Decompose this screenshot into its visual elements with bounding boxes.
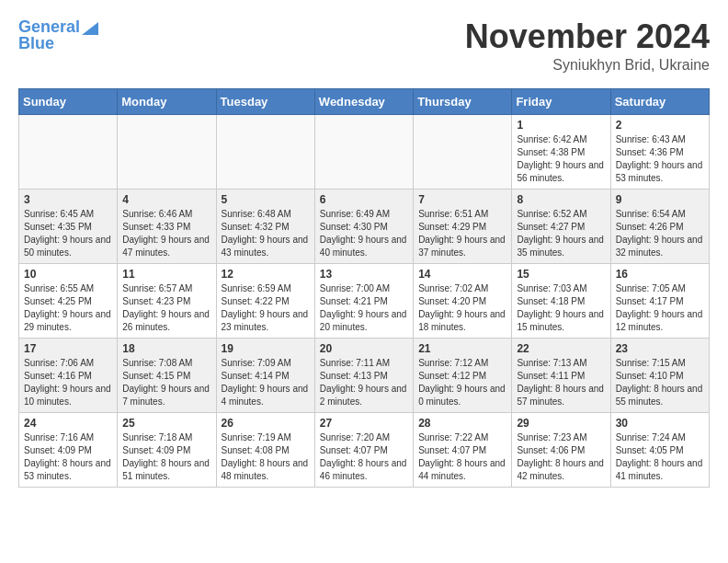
calendar-cell-w2-d5: 8Sunrise: 6:52 AM Sunset: 4:27 PM Daylig… bbox=[512, 189, 610, 263]
calendar-cell-w1-d6: 2Sunrise: 6:43 AM Sunset: 4:36 PM Daylig… bbox=[610, 114, 709, 189]
calendar-cell-w1-d4 bbox=[414, 114, 512, 189]
col-wednesday: Wednesday bbox=[314, 88, 413, 114]
col-saturday: Saturday bbox=[610, 88, 709, 114]
calendar-cell-w3-d0: 10Sunrise: 6:55 AM Sunset: 4:25 PM Dayli… bbox=[19, 263, 118, 338]
day-info: Sunrise: 7:12 AM Sunset: 4:12 PM Dayligh… bbox=[418, 357, 506, 408]
day-info: Sunrise: 6:59 AM Sunset: 4:22 PM Dayligh… bbox=[222, 282, 310, 334]
calendar-cell-w2-d2: 5Sunrise: 6:48 AM Sunset: 4:32 PM Daylig… bbox=[216, 189, 314, 263]
day-info: Sunrise: 7:02 AM Sunset: 4:20 PM Dayligh… bbox=[418, 282, 506, 334]
week-row-3: 10Sunrise: 6:55 AM Sunset: 4:25 PM Dayli… bbox=[19, 263, 710, 338]
day-number: 25 bbox=[122, 417, 210, 430]
day-number: 12 bbox=[222, 268, 310, 281]
day-info: Sunrise: 7:16 AM Sunset: 4:09 PM Dayligh… bbox=[24, 431, 112, 483]
day-info: Sunrise: 6:57 AM Sunset: 4:23 PM Dayligh… bbox=[122, 282, 210, 334]
col-monday: Monday bbox=[118, 88, 216, 114]
calendar-cell-w1-d3 bbox=[314, 114, 413, 189]
day-info: Sunrise: 6:54 AM Sunset: 4:26 PM Dayligh… bbox=[616, 208, 704, 259]
day-info: Sunrise: 7:24 AM Sunset: 4:05 PM Dayligh… bbox=[616, 431, 704, 483]
day-info: Sunrise: 7:09 AM Sunset: 4:14 PM Dayligh… bbox=[222, 357, 310, 408]
day-number: 2 bbox=[616, 119, 704, 132]
day-number: 21 bbox=[418, 342, 506, 355]
day-info: Sunrise: 7:05 AM Sunset: 4:17 PM Dayligh… bbox=[616, 282, 704, 334]
day-info: Sunrise: 7:19 AM Sunset: 4:08 PM Dayligh… bbox=[222, 431, 310, 483]
calendar-header-row: Sunday Monday Tuesday Wednesday Thursday… bbox=[19, 88, 710, 114]
header: General Blue November 2024 Syniukhyn Bri… bbox=[18, 18, 710, 74]
calendar-cell-w3-d4: 14Sunrise: 7:02 AM Sunset: 4:20 PM Dayli… bbox=[414, 263, 512, 338]
day-number: 29 bbox=[517, 417, 605, 430]
day-info: Sunrise: 6:48 AM Sunset: 4:32 PM Dayligh… bbox=[222, 208, 310, 259]
calendar-cell-w4-d0: 17Sunrise: 7:06 AM Sunset: 4:16 PM Dayli… bbox=[19, 338, 118, 412]
calendar-cell-w4-d6: 23Sunrise: 7:15 AM Sunset: 4:10 PM Dayli… bbox=[610, 338, 709, 412]
day-number: 10 bbox=[24, 268, 112, 281]
logo: General Blue bbox=[18, 18, 98, 53]
day-info: Sunrise: 6:46 AM Sunset: 4:33 PM Dayligh… bbox=[122, 208, 210, 259]
week-row-2: 3Sunrise: 6:45 AM Sunset: 4:35 PM Daylig… bbox=[19, 189, 710, 263]
calendar-cell-w4-d1: 18Sunrise: 7:08 AM Sunset: 4:15 PM Dayli… bbox=[118, 338, 216, 412]
day-info: Sunrise: 6:51 AM Sunset: 4:29 PM Dayligh… bbox=[418, 208, 506, 259]
logo-icon bbox=[82, 18, 98, 35]
day-info: Sunrise: 6:43 AM Sunset: 4:36 PM Dayligh… bbox=[616, 133, 704, 185]
day-info: Sunrise: 7:15 AM Sunset: 4:10 PM Dayligh… bbox=[616, 357, 704, 408]
calendar-cell-w2-d1: 4Sunrise: 6:46 AM Sunset: 4:33 PM Daylig… bbox=[118, 189, 216, 263]
day-number: 11 bbox=[122, 268, 210, 281]
calendar-cell-w3-d5: 15Sunrise: 7:03 AM Sunset: 4:18 PM Dayli… bbox=[512, 263, 610, 338]
calendar-cell-w2-d6: 9Sunrise: 6:54 AM Sunset: 4:26 PM Daylig… bbox=[610, 189, 709, 263]
day-info: Sunrise: 6:49 AM Sunset: 4:30 PM Dayligh… bbox=[320, 208, 408, 259]
day-info: Sunrise: 7:06 AM Sunset: 4:16 PM Dayligh… bbox=[24, 357, 112, 408]
week-row-4: 17Sunrise: 7:06 AM Sunset: 4:16 PM Dayli… bbox=[19, 338, 710, 412]
calendar-cell-w5-d6: 30Sunrise: 7:24 AM Sunset: 4:05 PM Dayli… bbox=[610, 412, 709, 487]
calendar-cell-w5-d3: 27Sunrise: 7:20 AM Sunset: 4:07 PM Dayli… bbox=[314, 412, 413, 487]
day-number: 5 bbox=[222, 193, 310, 206]
logo-blue-text: Blue bbox=[18, 35, 54, 53]
calendar-cell-w1-d5: 1Sunrise: 6:42 AM Sunset: 4:38 PM Daylig… bbox=[512, 114, 610, 189]
col-sunday: Sunday bbox=[19, 88, 118, 114]
calendar-cell-w5-d1: 25Sunrise: 7:18 AM Sunset: 4:09 PM Dayli… bbox=[118, 412, 216, 487]
day-number: 18 bbox=[122, 342, 210, 355]
day-number: 4 bbox=[122, 193, 210, 206]
day-info: Sunrise: 6:42 AM Sunset: 4:38 PM Dayligh… bbox=[517, 133, 605, 185]
page: General Blue November 2024 Syniukhyn Bri… bbox=[0, 0, 728, 497]
calendar-cell-w4-d4: 21Sunrise: 7:12 AM Sunset: 4:12 PM Dayli… bbox=[414, 338, 512, 412]
day-number: 9 bbox=[616, 193, 704, 206]
col-tuesday: Tuesday bbox=[216, 88, 314, 114]
calendar-cell-w3-d3: 13Sunrise: 7:00 AM Sunset: 4:21 PM Dayli… bbox=[314, 263, 413, 338]
day-number: 26 bbox=[222, 417, 310, 430]
calendar-cell-w4-d2: 19Sunrise: 7:09 AM Sunset: 4:14 PM Dayli… bbox=[216, 338, 314, 412]
day-number: 8 bbox=[517, 193, 605, 206]
calendar-cell-w5-d0: 24Sunrise: 7:16 AM Sunset: 4:09 PM Dayli… bbox=[19, 412, 118, 487]
calendar-cell-w4-d3: 20Sunrise: 7:11 AM Sunset: 4:13 PM Dayli… bbox=[314, 338, 413, 412]
calendar-cell-w5-d5: 29Sunrise: 7:23 AM Sunset: 4:06 PM Dayli… bbox=[512, 412, 610, 487]
title-block: November 2024 Syniukhyn Brid, Ukraine bbox=[465, 18, 710, 74]
month-year-title: November 2024 bbox=[465, 18, 710, 55]
day-info: Sunrise: 6:45 AM Sunset: 4:35 PM Dayligh… bbox=[24, 208, 112, 259]
calendar-cell-w3-d6: 16Sunrise: 7:05 AM Sunset: 4:17 PM Dayli… bbox=[610, 263, 709, 338]
calendar-cell-w4-d5: 22Sunrise: 7:13 AM Sunset: 4:11 PM Dayli… bbox=[512, 338, 610, 412]
day-number: 23 bbox=[616, 342, 704, 355]
day-number: 14 bbox=[418, 268, 506, 281]
calendar-cell-w5-d4: 28Sunrise: 7:22 AM Sunset: 4:07 PM Dayli… bbox=[414, 412, 512, 487]
calendar-cell-w1-d0 bbox=[19, 114, 118, 189]
day-number: 24 bbox=[24, 417, 112, 430]
day-number: 3 bbox=[24, 193, 112, 206]
day-info: Sunrise: 7:11 AM Sunset: 4:13 PM Dayligh… bbox=[320, 357, 408, 408]
day-info: Sunrise: 6:52 AM Sunset: 4:27 PM Dayligh… bbox=[517, 208, 605, 259]
day-number: 16 bbox=[616, 268, 704, 281]
calendar-cell-w1-d2 bbox=[216, 114, 314, 189]
day-number: 7 bbox=[418, 193, 506, 206]
week-row-1: 1Sunrise: 6:42 AM Sunset: 4:38 PM Daylig… bbox=[19, 114, 710, 189]
calendar-cell-w2-d3: 6Sunrise: 6:49 AM Sunset: 4:30 PM Daylig… bbox=[314, 189, 413, 263]
calendar-cell-w3-d2: 12Sunrise: 6:59 AM Sunset: 4:22 PM Dayli… bbox=[216, 263, 314, 338]
day-number: 22 bbox=[517, 342, 605, 355]
calendar-cell-w3-d1: 11Sunrise: 6:57 AM Sunset: 4:23 PM Dayli… bbox=[118, 263, 216, 338]
col-friday: Friday bbox=[512, 88, 610, 114]
svg-marker-0 bbox=[82, 22, 98, 35]
day-number: 27 bbox=[320, 417, 408, 430]
day-number: 19 bbox=[222, 342, 310, 355]
day-info: Sunrise: 7:00 AM Sunset: 4:21 PM Dayligh… bbox=[320, 282, 408, 334]
day-info: Sunrise: 7:08 AM Sunset: 4:15 PM Dayligh… bbox=[122, 357, 210, 408]
day-info: Sunrise: 7:03 AM Sunset: 4:18 PM Dayligh… bbox=[517, 282, 605, 334]
day-info: Sunrise: 7:22 AM Sunset: 4:07 PM Dayligh… bbox=[418, 431, 506, 483]
calendar-cell-w1-d1 bbox=[118, 114, 216, 189]
day-number: 30 bbox=[616, 417, 704, 430]
col-thursday: Thursday bbox=[414, 88, 512, 114]
